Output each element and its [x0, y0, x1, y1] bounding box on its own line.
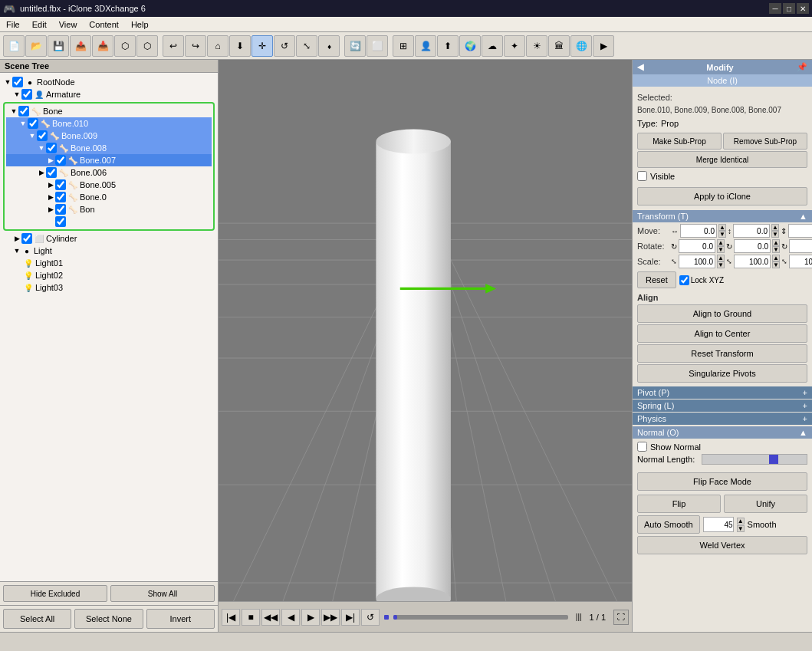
menu-edit[interactable]: Edit — [26, 18, 53, 31]
scale-z-input[interactable] — [789, 255, 812, 268]
menu-content[interactable]: Content — [83, 18, 125, 31]
remove-sub-prop-button[interactable]: Remove Sub-Prop — [723, 133, 807, 150]
tb-globe[interactable]: 🌐 — [570, 35, 592, 57]
check-bone005[interactable] — [55, 179, 66, 190]
close-button[interactable]: ✕ — [797, 3, 809, 14]
rotate-x-up[interactable]: ▲ — [717, 239, 725, 246]
prev-frame-button[interactable]: ◀◀ — [261, 609, 280, 626]
rotate-y-input[interactable] — [734, 239, 771, 253]
align-to-center-button[interactable]: Align to Center — [637, 324, 807, 343]
expand-rootnode[interactable]: ▼ — [3, 78, 12, 86]
tb-export[interactable]: 📤 — [70, 35, 91, 57]
visible-checkbox[interactable] — [637, 171, 647, 181]
tb-btn6[interactable]: ⬡ — [114, 35, 136, 57]
flip-face-mode-button[interactable]: Flip Face Mode — [637, 472, 807, 491]
pivot-section-header[interactable]: Pivot (P) + — [633, 386, 812, 399]
smooth-spinner[interactable]: ▲ ▼ — [737, 518, 745, 532]
smooth-up[interactable]: ▲ — [737, 518, 745, 524]
tb-screen[interactable]: ⬜ — [367, 35, 388, 57]
check-bone[interactable] — [18, 106, 29, 117]
viewport[interactable]: Render: Pixel Shader Visible Faces Count… — [219, 60, 632, 632]
scale-x-spinner[interactable]: ▲▼ — [717, 255, 725, 268]
move-y-input[interactable] — [733, 224, 770, 238]
expand-bone[interactable]: ▼ — [9, 107, 18, 115]
check-armature[interactable] — [21, 89, 32, 100]
tb-save[interactable]: 💾 — [48, 35, 69, 57]
expand-bone009[interactable]: ▼ — [28, 132, 37, 140]
show-normal-checkbox[interactable] — [637, 442, 647, 452]
scale-y-spinner[interactable]: ▲▼ — [772, 255, 780, 268]
tb-redo[interactable]: ↪ — [185, 35, 206, 57]
tb-scale[interactable]: ⤡ — [296, 35, 317, 57]
menu-help[interactable]: Help — [125, 18, 155, 31]
tree-item-light02[interactable]: 💡 Light02 — [0, 269, 218, 281]
tb-btn7[interactable]: ⬡ — [136, 35, 158, 57]
rotate-x-spinner[interactable]: ▲▼ — [717, 239, 725, 253]
check-bon[interactable] — [55, 204, 66, 215]
tb-move2[interactable]: ⬆ — [437, 35, 459, 57]
unify-button[interactable]: Unify — [724, 495, 807, 513]
rotate-z-input[interactable] — [789, 239, 812, 253]
reset-button[interactable]: Reset — [637, 271, 676, 288]
apply-to-iclone-button[interactable]: Apply to iClone — [637, 187, 807, 205]
tb-build[interactable]: 🏛 — [548, 35, 570, 57]
scale-x-input[interactable] — [679, 255, 715, 268]
check-bone008[interactable] — [46, 143, 57, 153]
select-none-button[interactable]: Select None — [74, 609, 143, 629]
check-cylinder[interactable] — [21, 233, 32, 244]
hide-excluded-button[interactable]: Hide Excluded — [3, 585, 107, 602]
expand-cylinder[interactable]: ▶ — [12, 235, 21, 242]
tree-item-light[interactable]: ▼ ● Light — [0, 245, 218, 257]
scale-y-up[interactable]: ▲ — [772, 255, 780, 261]
move-x-input[interactable] — [680, 224, 717, 238]
tree-item-bone008[interactable]: ▼ 🦴 Bone.008 — [6, 142, 212, 154]
scale-y-input[interactable] — [734, 255, 771, 268]
maximize-button[interactable]: □ — [783, 3, 795, 14]
expand-bone005[interactable]: ▶ — [46, 181, 55, 189]
expand-light[interactable]: ▼ — [12, 247, 21, 255]
tree-item-bonchk[interactable] — [6, 215, 212, 228]
rotate-y-up[interactable]: ▲ — [772, 239, 780, 246]
tree-item-bone005[interactable]: ▶ 🦴 Bone.005 — [6, 179, 212, 191]
show-all-button[interactable]: Show All — [110, 585, 215, 602]
check-bone00x[interactable] — [55, 192, 66, 202]
next-button[interactable]: ▶▶ — [321, 609, 340, 626]
make-sub-prop-button[interactable]: Make Sub-Prop — [637, 133, 722, 150]
smooth-down[interactable]: ▼ — [737, 525, 745, 532]
tree-item-armature[interactable]: ▼ 👤 Armature — [0, 88, 218, 100]
tree-item-bone009[interactable]: ▼ 🦴 Bone.009 — [6, 130, 212, 142]
tb-rotate[interactable]: ↺ — [274, 35, 295, 57]
tb-down[interactable]: ⬇ — [229, 35, 251, 57]
scale-y-down[interactable]: ▼ — [772, 261, 780, 268]
singularize-pivots-button[interactable]: Singularize Pivots — [637, 364, 807, 383]
tree-item-bon[interactable]: ▶ 🦴 Bon — [6, 203, 212, 215]
expand-bone007[interactable]: ▶ — [46, 156, 55, 164]
rotate-x-input[interactable] — [679, 239, 715, 253]
viewport-expand-icon[interactable]: ⛶ — [613, 610, 629, 625]
check-rootnode[interactable] — [12, 77, 23, 87]
tb-home[interactable]: ⌂ — [207, 35, 228, 57]
rotate-x-down[interactable]: ▼ — [717, 246, 725, 253]
physics-section-header[interactable]: Physics + — [633, 413, 812, 425]
tb-undo[interactable]: ↩ — [163, 35, 184, 57]
expand-bone008[interactable]: ▼ — [37, 144, 46, 152]
tree-item-light01[interactable]: 💡 Light01 — [0, 257, 218, 269]
tb-sparkle[interactable]: ✦ — [504, 35, 525, 57]
check-bone006[interactable] — [46, 167, 57, 178]
menu-view[interactable]: View — [53, 18, 84, 31]
reset-transform-button[interactable]: Reset Transform — [637, 344, 807, 363]
scale-x-down[interactable]: ▼ — [717, 261, 725, 268]
go-start-button[interactable]: |◀ — [222, 609, 240, 626]
spring-section-header[interactable]: Spring (L) + — [633, 399, 812, 412]
check-bonchk[interactable] — [55, 216, 66, 227]
minimize-button[interactable]: ─ — [769, 3, 781, 14]
smooth-value-input[interactable] — [703, 517, 734, 532]
invert-button[interactable]: Invert — [146, 609, 215, 629]
move-z-input[interactable] — [788, 224, 812, 238]
menu-file[interactable]: File — [0, 18, 26, 31]
expand-bon[interactable]: ▶ — [46, 205, 55, 213]
auto-smooth-button[interactable]: Auto Smooth — [637, 515, 700, 534]
normal-section-header[interactable]: Normal (O) ▲ — [633, 426, 812, 439]
check-bone007[interactable] — [55, 155, 66, 166]
scene-tree[interactable]: ▼ ● RootNode ▼ 👤 Armature ▼ 🦴 — [0, 73, 218, 581]
